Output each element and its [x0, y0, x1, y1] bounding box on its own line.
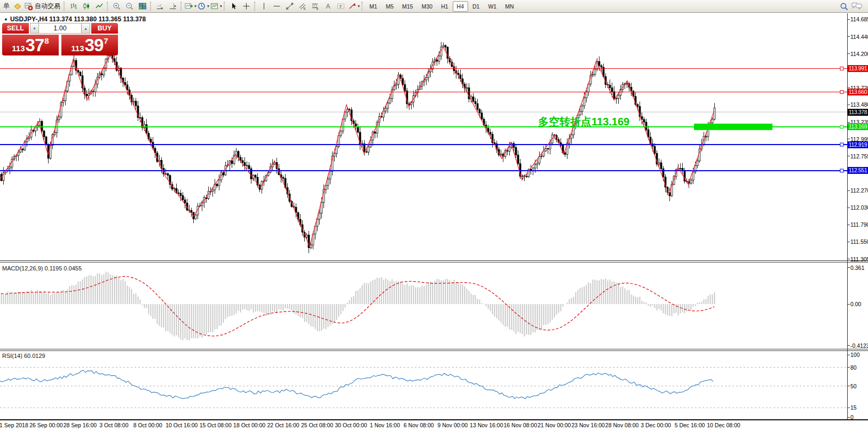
price-axis-tick: [847, 190, 850, 191]
volume-decrease-button[interactable]: ▼: [30, 23, 39, 34]
text-icon[interactable]: A: [322, 1, 334, 12]
price-axis-tick: [847, 122, 850, 123]
crosshair-icon[interactable]: [241, 1, 252, 12]
sell-button[interactable]: SELL: [2, 23, 29, 34]
level-line-handle[interactable]: [840, 169, 843, 172]
toolbar-group-grip: [224, 2, 225, 11]
level-line-handle[interactable]: [840, 67, 843, 70]
price-axis-tick: [847, 105, 850, 105]
time-label: 30 Oct 00:00: [335, 422, 367, 428]
price-badge: 113.378: [848, 109, 868, 116]
indicators-icon[interactable]: ▾: [185, 1, 196, 12]
price-tick-label: 112.755: [850, 153, 868, 159]
zoom-in-icon[interactable]: [111, 1, 123, 12]
periods-icon[interactable]: ▾: [198, 1, 209, 12]
time-label: 1 Nov 16:00: [370, 422, 400, 428]
autotrading-button[interactable]: 自动交易: [25, 1, 62, 12]
pivot-annotation-text[interactable]: 多空转折点113.169: [538, 115, 629, 129]
auto-scroll-icon[interactable]: [154, 1, 166, 12]
volume-input[interactable]: [39, 23, 81, 34]
time-label: 6 Nov 08:00: [404, 422, 434, 428]
level-line-handle[interactable]: [840, 125, 843, 129]
macd-axis-tick: [847, 304, 850, 305]
trendline-icon[interactable]: [284, 1, 296, 12]
panel-separator[interactable]: [0, 260, 868, 262]
candlestick-chart-icon[interactable]: [81, 1, 92, 12]
periods-dropdown-caret[interactable]: ▾: [207, 4, 209, 9]
label-icon[interactable]: T: [335, 1, 347, 12]
line-chart-icon[interactable]: [93, 1, 105, 12]
timeframe-button-m5[interactable]: M5: [382, 1, 398, 12]
macd-panel[interactable]: [0, 262, 868, 349]
price-chart-plot[interactable]: [0, 13, 868, 260]
sell-price-display[interactable]: 113 37 8: [2, 35, 59, 55]
horizontal-line-icon[interactable]: [271, 1, 283, 12]
level-line-handle[interactable]: [840, 143, 843, 146]
rsi-line: [0, 370, 713, 398]
toolbar-group-grip: [107, 2, 108, 11]
macd-histogram: [2, 272, 715, 340]
tile-windows-icon[interactable]: [137, 1, 148, 12]
cursor-icon[interactable]: [228, 1, 240, 12]
buy-button[interactable]: BUY: [91, 23, 118, 34]
timeframe-button-w1[interactable]: W1: [484, 1, 501, 12]
volume-increase-button[interactable]: ▲: [81, 23, 90, 34]
price-tick-label: 114.685: [850, 16, 868, 22]
rsi-panel[interactable]: [0, 351, 868, 419]
time-axis-border: [0, 419, 868, 420]
indicators-dropdown-caret[interactable]: ▾: [194, 4, 196, 9]
sell-price-integer: 113: [12, 44, 25, 53]
chart-title: ▲USDJPY-,H4 113.374 113.380 113.365 113.…: [4, 15, 146, 23]
rsi-axis-tick: [847, 408, 850, 408]
channel-icon[interactable]: E: [297, 1, 309, 12]
time-label: 16 Nov 08:00: [504, 422, 537, 428]
timeframe-button-h4[interactable]: H4: [453, 1, 468, 12]
zigzag-line[interactable]: [0, 46, 714, 246]
templates-icon[interactable]: ▾: [210, 1, 222, 12]
search-icon[interactable]: [838, 1, 850, 12]
chat-icon[interactable]: [851, 1, 863, 12]
price-badge: 112.919: [848, 141, 868, 148]
price-axis-tick: [847, 139, 850, 139]
buy-price-pips: 39: [85, 36, 104, 54]
time-label: 5 Dec 16:00: [675, 422, 705, 428]
templates-dropdown-caret[interactable]: ▾: [220, 4, 222, 9]
price-axis-tick: [847, 19, 850, 20]
rsi-axis-tick: [847, 355, 850, 355]
price-tick-label: 112.030: [850, 204, 868, 211]
panel-separator[interactable]: [0, 349, 868, 351]
rsi-label: RSI(14) 60.0129: [2, 353, 45, 359]
new-order-icon[interactable]: [12, 1, 23, 12]
symbol-timeframe-label: USDJPY-,H4: [10, 15, 48, 23]
svg-text:E: E: [304, 7, 306, 10]
price-tick-label: 112.270: [850, 187, 868, 194]
highlight-band[interactable]: [694, 124, 772, 130]
rsi-tick-label: 50: [850, 383, 857, 389]
timeframe-button-m15[interactable]: M15: [398, 1, 417, 12]
vertical-line-icon[interactable]: [258, 1, 270, 12]
arrows-icon[interactable]: ▾: [348, 1, 360, 12]
timeframe-button-m1[interactable]: M1: [365, 1, 382, 12]
macd-tick-label: 0.361: [850, 265, 864, 271]
toolbar-group-grip: [254, 2, 256, 11]
rsi-tick-label: 100: [850, 352, 860, 358]
arrows-dropdown-caret[interactable]: ▾: [358, 4, 360, 9]
buy-price-display[interactable]: 113 39 7: [61, 35, 118, 55]
level-line-handle[interactable]: [840, 90, 843, 93]
timeframe-button-h1[interactable]: H1: [437, 1, 452, 12]
svg-text:T: T: [340, 4, 342, 9]
time-label: 10 Dec 08:00: [707, 422, 740, 428]
toolbar: 单自动交易▾▾▾EFAT▾M1M5M15M30H1H4D1W1MN: [0, 0, 868, 13]
timeframe-button-mn[interactable]: MN: [501, 1, 518, 12]
bar-chart-icon[interactable]: [68, 1, 80, 12]
rsi-tick-label: 15: [850, 404, 857, 411]
new-order-label[interactable]: 单: [3, 2, 10, 11]
zoom-out-icon[interactable]: [124, 1, 136, 12]
autotrading-label: 自动交易: [35, 2, 60, 11]
fibonacci-icon[interactable]: F: [310, 1, 321, 12]
timeframe-button-m30[interactable]: M30: [417, 1, 437, 12]
timeframe-button-d1[interactable]: D1: [468, 1, 484, 12]
toolbar-group-grip: [180, 2, 182, 11]
macd-axis-tick: [847, 345, 850, 346]
chart-shift-icon[interactable]: [167, 1, 179, 12]
